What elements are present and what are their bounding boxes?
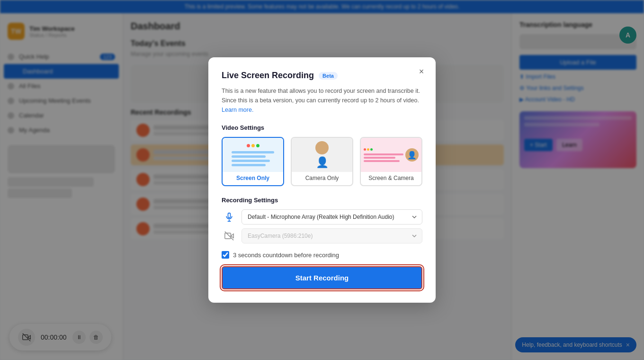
- dot-red: [247, 144, 250, 147]
- svg-rect-0: [228, 213, 231, 218]
- screen-camera-content: 👤: [361, 138, 421, 172]
- camera-off-icon: [222, 228, 237, 243]
- recording-settings-label: Recording Settings: [222, 197, 422, 204]
- countdown-label: 3 seconds countdown before recording: [233, 252, 339, 259]
- countdown-checkbox[interactable]: [222, 251, 229, 259]
- screen-camera-thumb: 👤: [361, 138, 421, 172]
- screen-dots: [247, 144, 259, 147]
- sc-dots: [364, 148, 403, 151]
- video-option-screen-camera[interactable]: 👤 Screen & Camera: [360, 137, 422, 186]
- camera-thumb-content: 👤: [292, 138, 352, 172]
- screen-only-label: Screen Only: [223, 172, 283, 185]
- person-head: [315, 141, 329, 154]
- video-option-camera-only[interactable]: 👤 Camera Only: [291, 137, 353, 186]
- camera-row: EasyCamera (5986:210e): [222, 228, 422, 243]
- modal-header: Live Screen Recording Beta: [222, 71, 422, 81]
- start-recording-button[interactable]: Start Recording: [222, 266, 422, 289]
- camera-only-label: Camera Only: [292, 172, 352, 185]
- screen-lines: [232, 151, 274, 166]
- countdown-row: 3 seconds countdown before recording: [222, 251, 422, 259]
- dot-green: [256, 144, 259, 147]
- modal-overlay: Live Screen Recording Beta × This is a n…: [0, 0, 644, 360]
- sc-left: [364, 141, 403, 169]
- screen-thumb-content: [223, 138, 283, 172]
- recording-settings: Default - Microphone Array (Realtek High…: [222, 209, 422, 243]
- microphone-icon: [222, 209, 237, 225]
- modal-description: This is a new feature that allows you to…: [222, 86, 422, 115]
- video-option-screen-only[interactable]: Screen Only: [222, 137, 284, 186]
- dot-yellow: [251, 144, 255, 147]
- camera-select[interactable]: EasyCamera (5986:210e): [242, 228, 422, 243]
- person-figure: 👤: [315, 141, 329, 169]
- modal-title: Live Screen Recording: [222, 71, 314, 81]
- screen-only-thumb: [223, 138, 283, 172]
- video-settings-label: Video Settings: [222, 124, 422, 131]
- live-screen-recording-modal: Live Screen Recording Beta × This is a n…: [208, 57, 436, 303]
- sc-camera-circle: 👤: [405, 148, 419, 162]
- video-options: Screen Only 👤 Camera Only: [222, 137, 422, 186]
- camera-only-thumb: 👤: [292, 138, 352, 172]
- beta-badge: Beta: [319, 72, 338, 80]
- screen-camera-label: Screen & Camera: [361, 172, 421, 185]
- microphone-select[interactable]: Default - Microphone Array (Realtek High…: [242, 209, 422, 225]
- learn-more-link[interactable]: Learn more.: [222, 107, 253, 113]
- modal-close-button[interactable]: ×: [415, 65, 428, 78]
- microphone-row: Default - Microphone Array (Realtek High…: [222, 209, 422, 225]
